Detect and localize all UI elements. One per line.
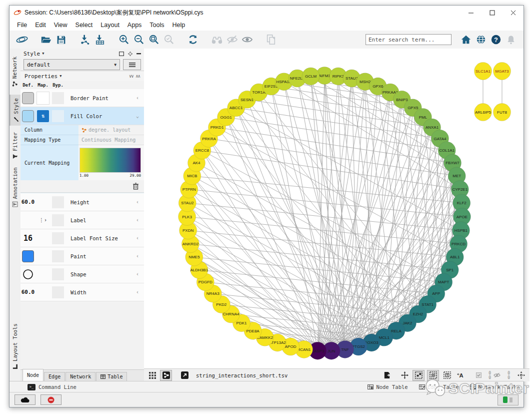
- fill-color-bypass-cell[interactable]: [52, 110, 64, 122]
- tab-network[interactable]: Network: [66, 372, 96, 381]
- menu-edit[interactable]: Edit: [32, 21, 50, 30]
- label-bypass-cell[interactable]: [52, 214, 64, 226]
- zoom-out-button[interactable]: [132, 32, 146, 47]
- import-table-button[interactable]: [92, 32, 108, 47]
- border-paint-mapping-cell[interactable]: [36, 92, 50, 105]
- label-font-size-default-value[interactable]: 16: [20, 234, 36, 243]
- property-row-label-font-size[interactable]: 16 Label Font Size ‹: [20, 229, 144, 247]
- stop-task-button[interactable]: [40, 394, 62, 405]
- border-paint-bypass-cell[interactable]: [52, 92, 64, 104]
- tab-table[interactable]: Table: [96, 372, 127, 381]
- tab-node[interactable]: Node: [22, 369, 44, 381]
- hide-selected-button[interactable]: [224, 32, 240, 47]
- menu-tools[interactable]: Tools: [146, 21, 168, 30]
- sidebar-tab-filter[interactable]: Filter: [10, 130, 20, 162]
- property-row-height[interactable]: 60.0 Height ‹: [20, 193, 144, 211]
- pin-icon[interactable]: [128, 52, 132, 56]
- sidebar-tab-style[interactable]: Style: [10, 95, 21, 126]
- sidebar-tab-annotation[interactable]: Annotation: [10, 165, 20, 210]
- property-row-paint[interactable]: Paint ‹: [20, 247, 144, 265]
- float-window-icon[interactable]: [119, 52, 124, 56]
- shape-circle-preview[interactable]: [22, 269, 34, 280]
- refresh-button[interactable]: [186, 32, 200, 47]
- select-labels-toggle[interactable]: A: [455, 370, 466, 380]
- sidebar-tab-layout-tools[interactable]: Layout Tools: [10, 319, 20, 374]
- export-network-button[interactable]: [382, 370, 392, 380]
- import-network-button[interactable]: [78, 32, 92, 47]
- style-options-menu-button[interactable]: [123, 59, 141, 70]
- open-session-button[interactable]: [38, 32, 54, 47]
- property-row-border-paint[interactable]: Border Paint ‹: [20, 89, 144, 107]
- fit-content-button[interactable]: [516, 370, 526, 380]
- session-button[interactable]: [14, 32, 30, 47]
- property-row-label[interactable]: ⋮› Label ‹: [20, 211, 144, 229]
- expand-all-icon[interactable]: ∧∧: [136, 74, 140, 79]
- fill-color-expand-icon[interactable]: ⌄: [136, 113, 144, 119]
- clone-network-button[interactable]: [264, 32, 278, 47]
- minimize-panel-icon[interactable]: [136, 53, 141, 55]
- property-row-width[interactable]: 60.0 Width ‹: [20, 283, 144, 301]
- select-nodes-toggle[interactable]: [412, 370, 424, 381]
- menu-select[interactable]: Select: [72, 21, 96, 30]
- height-bypass-cell[interactable]: [52, 196, 64, 208]
- help-button[interactable]: ?: [488, 32, 504, 47]
- graph-node[interactable]: ARL6IP5: [474, 104, 492, 121]
- graph-node[interactable]: FUT8: [494, 104, 511, 121]
- zoom-in-button[interactable]: [116, 32, 132, 47]
- maximize-button[interactable]: [482, 6, 502, 20]
- network-table-button[interactable]: Network Table: [470, 384, 520, 390]
- current-mapping-editor[interactable]: 1.00 29.00: [78, 145, 144, 180]
- property-row-fill-color[interactable]: ⇅ Fill Color ⌄: [20, 107, 144, 125]
- style-title-caret[interactable]: ▼: [42, 52, 44, 56]
- cloud-status-button[interactable]: [14, 394, 36, 405]
- show-all-button[interactable]: [240, 32, 254, 47]
- select-annotations-toggle[interactable]: [442, 370, 452, 380]
- network-view-panel[interactable]: AIFM1RIPK3STAU1MSH2GPX6PRKAA1BNIP3GPX5PM…: [144, 49, 524, 368]
- node-table-button[interactable]: Node Table: [368, 384, 408, 390]
- zoom-selected-button[interactable]: [162, 32, 176, 47]
- collapse-all-icon[interactable]: ∨∨: [129, 74, 136, 79]
- mapping-column-value[interactable]: degree. layout: [78, 125, 144, 135]
- memory-indicator[interactable]: [498, 394, 518, 405]
- close-button[interactable]: [502, 6, 524, 20]
- continuous-mapping-gradient[interactable]: [80, 148, 141, 173]
- notifications-button[interactable]: [504, 32, 518, 47]
- edge-table-button[interactable]: Edge Table: [419, 384, 459, 390]
- menu-file[interactable]: File: [14, 21, 30, 30]
- menu-layout[interactable]: Layout: [97, 21, 123, 30]
- search-input[interactable]: [366, 34, 452, 45]
- network-graph[interactable]: AIFM1RIPK3STAU1MSH2GPX6PRKAA1BNIP3GPX5PM…: [144, 49, 524, 368]
- graph-node[interactable]: SLC1A1: [474, 63, 492, 80]
- current-style-dropdown[interactable]: default ▼: [24, 59, 120, 70]
- border-paint-collapse-icon[interactable]: ‹: [136, 95, 144, 101]
- mapping-type-value[interactable]: Continuous Mapping: [82, 137, 136, 143]
- command-line-panel[interactable]: >_ Command Line: [28, 384, 76, 390]
- fill-color-default-swatch[interactable]: [22, 110, 34, 122]
- zoom-fit-button[interactable]: [146, 32, 162, 47]
- shape-bypass-cell[interactable]: [52, 268, 64, 280]
- grid-view-button[interactable]: [147, 370, 158, 380]
- pan-mode-button[interactable]: [399, 370, 410, 380]
- save-session-button[interactable]: [54, 32, 68, 47]
- first-neighbors-button[interactable]: [210, 32, 224, 47]
- graph-node[interactable]: MGAT3: [494, 63, 511, 80]
- select-edges-toggle[interactable]: [427, 370, 439, 381]
- home-button[interactable]: [458, 32, 474, 47]
- paint-bypass-cell[interactable]: [52, 250, 64, 262]
- menu-apps[interactable]: Apps: [124, 21, 146, 30]
- menu-view[interactable]: View: [50, 21, 71, 30]
- sidebar-tab-network[interactable]: Network: [10, 53, 20, 91]
- menu-help[interactable]: Help: [169, 21, 189, 30]
- detach-view-button[interactable]: [179, 370, 190, 380]
- graph-node[interactable]: GCLM: [302, 68, 320, 85]
- font-size-bypass-cell[interactable]: [52, 232, 64, 244]
- width-bypass-cell[interactable]: [52, 286, 64, 298]
- width-default-value[interactable]: 60.0: [20, 289, 36, 295]
- remove-mapping-trash-icon[interactable]: [132, 183, 139, 190]
- fill-color-mapping-icon[interactable]: ⇅: [37, 110, 49, 122]
- height-default-value[interactable]: 60.0: [20, 199, 36, 205]
- web-button[interactable]: [474, 32, 488, 47]
- tab-edge[interactable]: Edge: [44, 372, 65, 381]
- birds-eye-view-button[interactable]: [160, 370, 172, 381]
- paint-default-swatch[interactable]: [22, 250, 34, 262]
